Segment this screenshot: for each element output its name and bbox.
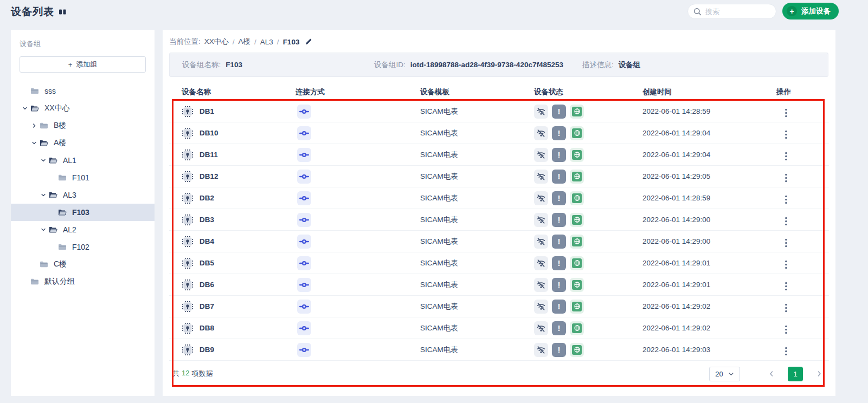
page-number-button[interactable]: 1 — [788, 367, 803, 381]
device-chip-icon — [182, 257, 194, 269]
add-device-button[interactable]: + 添加设备 — [782, 3, 839, 20]
device-template: SICAM电表 — [420, 216, 458, 224]
row-actions-menu-icon[interactable] — [782, 258, 790, 272]
wifi-off-icon — [534, 170, 548, 184]
tree-item-默认分组[interactable]: 默认分组 — [11, 273, 155, 290]
breadcrumb-item[interactable]: A楼 — [239, 37, 251, 47]
table-row-DB12[interactable]: DB12 SICAM电表 ! — [169, 166, 829, 187]
table-row-DB2[interactable]: DB2 SICAM电表 ! — [169, 187, 829, 209]
created-time: 2022-06-01 14:28:59 — [642, 194, 710, 202]
tree-item-F101[interactable]: F101 — [11, 169, 155, 186]
network-globe-icon — [570, 278, 584, 292]
alert-icon: ! — [552, 105, 566, 119]
tree-item-A楼[interactable]: A楼 — [11, 134, 155, 152]
row-actions-menu-icon[interactable] — [782, 323, 790, 337]
search-box[interactable] — [687, 4, 776, 19]
created-time: 2022-06-01 14:29:00 — [642, 237, 710, 245]
alert-icon: ! — [552, 191, 566, 205]
tree-item-label: AL2 — [63, 225, 76, 234]
chevron-icon[interactable] — [29, 140, 40, 146]
group-name-value: F103 — [226, 61, 242, 69]
device-template: SICAM电表 — [420, 107, 458, 115]
table-row-DB9[interactable]: DB9 SICAM电表 ! — [169, 339, 829, 361]
col-actions: 操作 — [776, 87, 829, 97]
table-row-DB6[interactable]: DB6 SICAM电表 ! — [169, 274, 829, 296]
table-row-DB1[interactable]: DB1 SICAM电表 ! — [169, 101, 829, 122]
network-globe-icon — [570, 300, 584, 314]
device-name: DB5 — [200, 259, 214, 267]
row-actions-menu-icon[interactable] — [782, 344, 790, 359]
total-count-text: 共 12 项数据 — [169, 369, 213, 379]
table-row-DB8[interactable]: DB8 SICAM电表 ! — [169, 317, 829, 339]
tree-item-AL1[interactable]: AL1 — [11, 152, 155, 169]
tree-item-sss[interactable]: sss — [11, 82, 155, 100]
device-name: DB11 — [200, 151, 218, 159]
col-connection: 连接方式 — [295, 87, 420, 97]
connection-type-icon — [297, 256, 311, 270]
connection-type-icon — [297, 148, 311, 162]
wifi-off-icon — [534, 343, 548, 357]
group-desc-label: 描述信息: — [582, 60, 614, 70]
chevron-icon[interactable] — [38, 158, 49, 163]
created-time: 2022-06-01 14:29:00 — [642, 216, 710, 224]
chevron-icon[interactable] — [38, 192, 49, 198]
tree-item-F102[interactable]: F102 — [11, 238, 155, 256]
add-group-button[interactable]: + 添加组 — [20, 56, 146, 73]
row-actions-menu-icon[interactable] — [782, 301, 790, 315]
table-row-DB5[interactable]: DB5 SICAM电表 ! — [169, 252, 829, 274]
device-chip-icon — [182, 171, 194, 183]
row-actions-menu-icon[interactable] — [782, 280, 790, 294]
next-page-button[interactable] — [814, 368, 825, 379]
tree-item-C楼[interactable]: C楼 — [11, 256, 155, 273]
breadcrumb-item[interactable]: AL3 — [260, 38, 273, 46]
created-time: 2022-06-01 14:29:02 — [642, 324, 710, 332]
row-actions-menu-icon[interactable] — [782, 193, 790, 207]
alert-icon: ! — [552, 213, 566, 227]
edit-pencil-icon[interactable] — [305, 38, 312, 46]
tree-item-label: AL1 — [63, 156, 76, 165]
table-row-DB3[interactable]: DB3 SICAM电表 ! — [169, 209, 829, 231]
table-row-DB11[interactable]: DB11 SICAM电表 ! — [169, 144, 829, 166]
tree-item-XX中心[interactable]: XX中心 — [11, 100, 155, 117]
folder-icon — [58, 243, 68, 251]
tree-item-B楼[interactable]: B楼 — [11, 117, 155, 134]
device-name: DB1 — [200, 107, 214, 115]
device-chip-icon — [182, 301, 194, 313]
prev-page-button[interactable] — [766, 368, 777, 379]
device-template: SICAM电表 — [420, 151, 458, 159]
folder-icon — [49, 191, 59, 199]
device-template: SICAM电表 — [420, 281, 458, 289]
alert-icon: ! — [552, 126, 566, 140]
network-globe-icon — [570, 213, 584, 227]
table-row-DB10[interactable]: DB10 SICAM电表 ! — [169, 122, 829, 144]
breadcrumb-current: F103 — [283, 38, 300, 46]
wifi-off-icon — [534, 191, 548, 205]
chevron-icon[interactable] — [20, 106, 30, 111]
chevron-icon[interactable] — [29, 123, 40, 128]
row-actions-menu-icon[interactable] — [782, 150, 790, 164]
table-row-DB7[interactable]: DB7 SICAM电表 ! — [169, 296, 829, 317]
chevron-icon[interactable] — [38, 227, 49, 232]
created-time: 2022-06-01 14:29:02 — [642, 302, 710, 310]
row-actions-menu-icon[interactable] — [782, 214, 790, 229]
table-row-DB4[interactable]: DB4 SICAM电表 ! — [169, 231, 829, 252]
tree-item-AL3[interactable]: AL3 — [11, 186, 155, 204]
row-actions-menu-icon[interactable] — [782, 106, 790, 120]
alert-glyph: ! — [558, 345, 561, 354]
search-input[interactable] — [705, 8, 770, 16]
row-actions-menu-icon[interactable] — [782, 128, 790, 142]
tree-item-F103[interactable]: F103 — [11, 204, 155, 221]
wifi-off-icon — [534, 300, 548, 314]
device-template: SICAM电表 — [420, 237, 458, 245]
total-count-number: 12 — [182, 369, 189, 379]
tree-item-AL2[interactable]: AL2 — [11, 221, 155, 238]
device-chip-icon — [182, 236, 194, 248]
device-group-tree: sss XX中心 B楼 A楼 AL1 F101 AL3 F103 AL2 F10… — [11, 82, 155, 290]
row-actions-menu-icon[interactable] — [782, 171, 790, 185]
device-name: DB7 — [200, 302, 214, 310]
device-template: SICAM电表 — [420, 172, 458, 180]
row-actions-menu-icon[interactable] — [782, 236, 790, 250]
connection-type-icon — [297, 235, 311, 249]
breadcrumb-item[interactable]: XX中心 — [204, 37, 229, 47]
page-size-select[interactable]: 20 — [709, 367, 740, 381]
